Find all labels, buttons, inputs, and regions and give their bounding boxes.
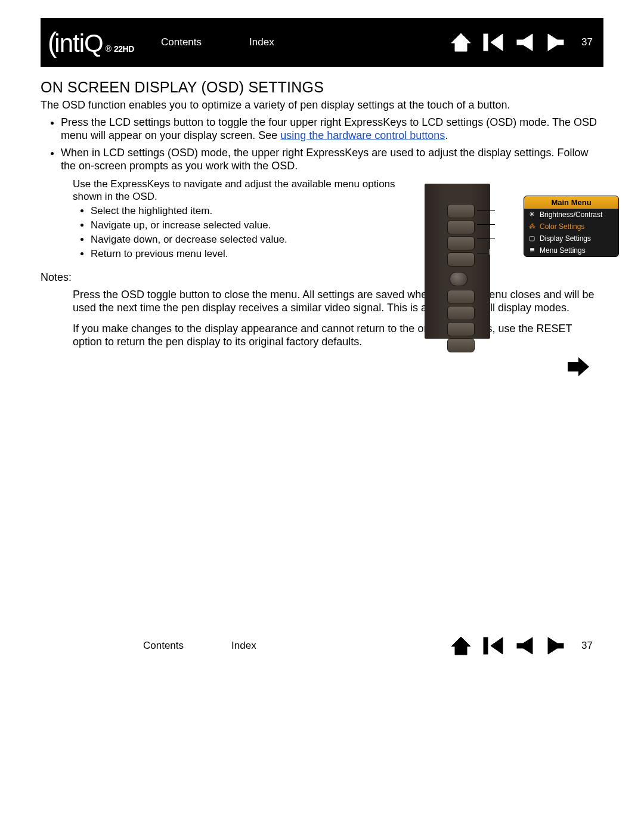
display-icon: ▢ [528, 234, 536, 243]
home-icon[interactable] [450, 32, 472, 52]
expresskey-button [447, 338, 475, 352]
footer-bar: Contents Index 37 [41, 628, 603, 664]
play-icon: ▶ [496, 205, 503, 214]
touch-ring-button [450, 272, 467, 286]
return-label: Return [489, 248, 510, 256]
notes-section: Press the OSD toggle button to close the… [41, 288, 603, 349]
prev-page-icon[interactable] [516, 33, 535, 52]
header-nav-icons: 37 [450, 32, 593, 52]
svg-rect-5 [558, 643, 564, 648]
bullet-item: When in LCD settings (OSD) mode, the upp… [61, 146, 603, 173]
osd-menu-item: ☀ Brightness/Contrast [524, 209, 618, 221]
svg-rect-1 [517, 40, 523, 45]
osd-menu-panel: Main Menu ☀ Brightness/Contrast ⁂ Color … [524, 196, 619, 257]
osd-menu-item: ⁂ Color Settings [524, 221, 618, 233]
note-paragraph: Press the OSD toggle button to close the… [73, 288, 603, 315]
index-link[interactable]: Index [249, 36, 274, 48]
expresskey-button [447, 290, 475, 304]
callout-line [477, 210, 495, 211]
continue-arrow-icon[interactable] [566, 356, 590, 377]
contents-link-bottom[interactable]: Contents [143, 640, 184, 652]
next-page-icon[interactable] [546, 33, 565, 52]
index-link-bottom[interactable]: Index [231, 640, 256, 652]
product-logo: (intiQ® 22HD [48, 26, 143, 58]
callout-line [477, 253, 488, 253]
expresskey-button [447, 204, 475, 218]
first-page-icon[interactable] [482, 636, 505, 655]
list-item: Navigate down, or decrease selected valu… [91, 234, 401, 246]
footer-nav-icons: 37 [450, 636, 593, 656]
list-item: Return to previous menu level. [91, 248, 401, 260]
expresskey-button [447, 252, 475, 267]
next-page-icon[interactable] [546, 636, 565, 655]
first-page-icon[interactable] [482, 33, 505, 52]
osd-menu-item: ▢ Display Settings [524, 233, 618, 244]
svg-rect-2 [558, 40, 564, 45]
notes-label: Notes: [41, 271, 603, 284]
prev-page-icon[interactable] [516, 636, 535, 655]
svg-rect-3 [484, 637, 488, 654]
callout-line [477, 239, 495, 239]
page-number-top: 37 [581, 36, 593, 48]
expresskey-group-bottom [447, 290, 475, 354]
expresskey-button [447, 236, 475, 250]
expresskey-button [447, 322, 475, 336]
color-icon: ⁂ [528, 222, 536, 231]
menu-icon: ≣ [528, 246, 536, 255]
note-paragraph: If you make changes to the display appea… [73, 322, 603, 349]
down-icon: ∨ [496, 233, 502, 243]
callout-line [477, 224, 495, 225]
expresskey-button [447, 306, 475, 320]
expresskeys-list: Select the highlighted item. Navigate up… [73, 205, 401, 260]
expresskey-group-top [447, 204, 475, 268]
osd-menu-title: Main Menu [524, 196, 618, 209]
expresskey-button [447, 220, 475, 234]
expresskeys-intro: Use the ExpressKeys to navigate and adju… [73, 178, 401, 203]
section-heading: ON SCREEN DISPLAY (OSD) SETTINGS [41, 79, 603, 96]
bullet-item: Press the LCD settings button to toggle … [61, 116, 603, 143]
hardware-buttons-link[interactable]: using the hardware control buttons [280, 129, 445, 141]
list-item: Navigate up, or increase selected value. [91, 219, 401, 231]
osd-menu-item: ≣ Menu Settings [524, 244, 618, 256]
intro-paragraph: The OSD function enables you to optimize… [41, 98, 603, 112]
svg-rect-4 [517, 643, 523, 648]
main-bullet-list: Press the LCD settings button to toggle … [41, 116, 603, 173]
page-number-bottom: 37 [581, 640, 593, 652]
svg-rect-0 [484, 34, 488, 51]
home-icon[interactable] [450, 636, 472, 656]
up-icon: ∧ [496, 218, 502, 228]
list-item: Select the highlighted item. [91, 205, 401, 217]
header-bar: (intiQ® 22HD Contents Index 37 [41, 18, 603, 67]
contents-link[interactable]: Contents [161, 36, 202, 48]
brightness-icon: ☀ [528, 210, 536, 219]
